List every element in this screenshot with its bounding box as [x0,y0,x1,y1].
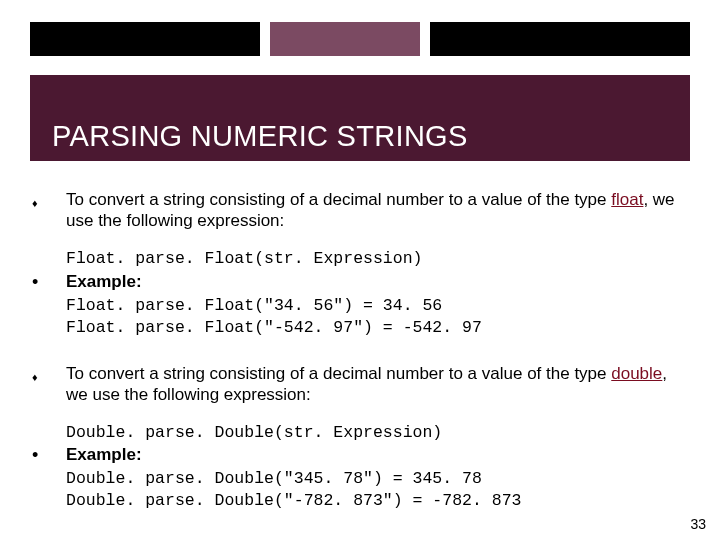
code-line: Double. parse. Double(str. Expression) [66,423,690,443]
band-seg-mid [270,22,420,56]
band-seg-right [430,22,690,56]
body-text: To convert a string consisting of a deci… [66,364,690,405]
page-number: 33 [690,516,706,532]
code-line: Float. parse. Float("34. 56") = 34. 56 [66,296,690,316]
bullet-icon [30,272,66,294]
example-label: Example: [66,445,690,466]
code-line: Double. parse. Double("345. 78") = 345. … [66,469,690,489]
keyword-float: float [611,190,643,209]
text-run: To convert a string consisting of a deci… [66,364,611,383]
bullet-icon [30,190,66,211]
example-label: Example: [66,272,690,293]
keyword-double: double [611,364,662,383]
band-seg-left [30,22,260,56]
bullet-icon [30,445,66,467]
code-line: Double. parse. Double("-782. 873") = -78… [66,491,690,511]
bullet-icon [30,364,66,385]
body-text: To convert a string consisting of a deci… [66,190,690,231]
band-gap [420,22,430,56]
text-run: To convert a string consisting of a deci… [66,190,611,209]
code-line: Float. parse. Float("-542. 97") = -542. … [66,318,690,338]
slide-body: To convert a string consisting of a deci… [30,178,690,512]
accent-band [0,0,720,56]
slide-title: PARSING NUMERIC STRINGS [52,120,468,153]
band-gap [260,22,270,56]
code-line: Float. parse. Float(str. Expression) [66,249,690,269]
